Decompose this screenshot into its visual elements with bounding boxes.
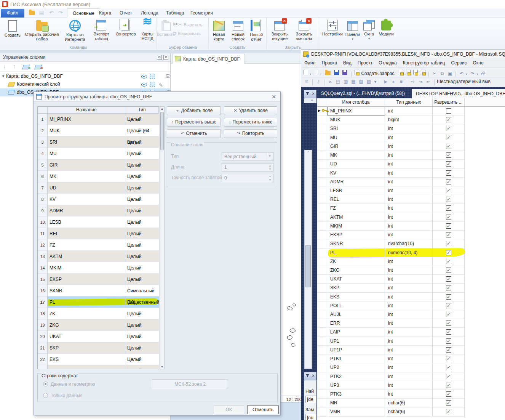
grid-row[interactable]: ▶ PTK2 int <box>317 372 505 381</box>
column-name-cell[interactable]: VMR <box>327 407 385 416</box>
remove-layer-icon[interactable]: × <box>35 63 41 69</box>
navigate-icon[interactable]: 🗗 <box>480 71 487 76</box>
new-map-button[interactable]: Новая карта <box>210 19 228 41</box>
allow-nulls-cell[interactable] <box>433 248 465 257</box>
allow-nulls-checkbox[interactable] <box>446 303 451 308</box>
save-icon[interactable] <box>334 70 339 75</box>
tab-partial[interactable]: S <box>503 89 505 98</box>
field-type-cell[interactable]: Вещественный <box>125 297 159 308</box>
data-type-cell[interactable]: int <box>385 266 433 275</box>
table-scrollbar[interactable]: ▲ ▼ <box>160 106 165 369</box>
data-only-radio[interactable] <box>43 393 48 398</box>
grid-row[interactable]: ▶ POLL int <box>317 301 505 310</box>
grid-row[interactable]: ▶ PTK3 int <box>317 390 505 399</box>
column-name-cell[interactable]: AKTM <box>327 213 385 222</box>
field-type-cell[interactable]: Целый <box>125 228 159 239</box>
grid-row[interactable]: ▶ MI_PRINX int <box>317 107 505 115</box>
grid-row[interactable]: ▶ UP1 int <box>317 337 505 346</box>
chevron-down-icon[interactable]: ▾ <box>319 72 322 76</box>
row-selector-cell[interactable]: ▶ <box>317 363 327 372</box>
table-row[interactable]: 13 AKTM Целый <box>38 251 159 262</box>
allow-nulls-cell[interactable] <box>433 328 465 337</box>
row-selector-cell[interactable]: ▶ <box>317 204 327 213</box>
close-panel-icon[interactable]: ✕ <box>163 55 168 60</box>
allow-nulls-cell[interactable] <box>433 407 465 416</box>
column-name-cell[interactable]: REL <box>327 195 385 204</box>
field-type-cell[interactable]: Целый <box>125 319 159 331</box>
allow-nulls-checkbox[interactable] <box>446 391 451 397</box>
column-name-cell[interactable]: ERR <box>327 319 385 328</box>
grid-row[interactable]: ▶ GIR int <box>317 142 505 151</box>
copy-button[interactable]: ⧉Копировать <box>173 30 201 37</box>
cancel-button[interactable]: Отменить <box>247 405 279 414</box>
maps-from-internet-button[interactable]: Карты из Интернета <box>61 19 89 42</box>
data-and-geometry-radio[interactable] <box>43 382 48 386</box>
field-name-cell[interactable]: MUK <box>48 125 125 136</box>
allow-nulls-checkbox[interactable] <box>446 179 451 184</box>
move-layer-down-icon[interactable]: ↓ <box>3 63 6 69</box>
data-type-cell[interactable]: int <box>385 186 433 195</box>
data-type-cell[interactable]: int <box>385 204 433 213</box>
row-selector-cell[interactable]: ▶ <box>317 169 327 178</box>
settings-button[interactable]: Настройки <box>321 19 344 36</box>
row-selector-cell[interactable]: ▶ <box>317 186 327 195</box>
field-type-cell[interactable]: Целый <box>125 239 159 251</box>
allow-nulls-cell[interactable] <box>433 213 465 222</box>
type-dropdown[interactable]: Вещественный▼ <box>222 152 274 161</box>
precision-stepper[interactable]: 0▲▼ <box>222 174 274 182</box>
data-type-cell[interactable]: numeric(10, 4) <box>385 248 433 257</box>
table-row[interactable]: 22 EKS Целый <box>38 354 159 365</box>
menu-item[interactable]: Окно <box>470 58 487 66</box>
row-selector-cell[interactable]: ▶ <box>317 142 327 151</box>
save-all-icon[interactable] <box>342 70 347 75</box>
column-name-cell[interactable]: KV <box>327 169 385 178</box>
column-name-cell[interactable]: ZKG <box>327 266 385 275</box>
grid-row[interactable]: ▶ AKTM int <box>317 213 505 222</box>
allow-nulls-checkbox[interactable] <box>446 321 451 326</box>
allow-nulls-cell[interactable] <box>433 204 465 213</box>
allow-nulls-checkbox[interactable] <box>446 215 451 220</box>
crs-button[interactable]: МСК-52 зона 2 <box>152 379 228 389</box>
pin-toolbar-icon[interactable]: ▾ <box>373 79 377 84</box>
grid-row[interactable]: ▶ ADMR int <box>317 178 505 186</box>
tab-otchet[interactable]: Отчет <box>114 8 137 18</box>
allow-nulls-cell[interactable] <box>433 124 465 133</box>
export-tables-button[interactable]: Экспорт таблиц <box>90 19 113 41</box>
step-out-icon[interactable]: ⇤ <box>425 79 431 84</box>
row-selector-cell[interactable]: ▶ <box>317 301 327 310</box>
step-over-icon[interactable]: ⇨ <box>410 79 416 84</box>
allow-nulls-cell[interactable] <box>433 363 465 372</box>
column-name-cell[interactable]: SKNR <box>327 239 385 248</box>
move-up-button[interactable]: ↑Переместить выше <box>167 118 221 127</box>
close-all-button[interactable]: Закрыть все окна <box>293 19 315 41</box>
menu-item[interactable]: Сервис <box>448 58 470 66</box>
allow-nulls-cell[interactable] <box>433 293 465 301</box>
grid-row[interactable]: ▶ ZK int <box>317 257 505 266</box>
allow-nulls-checkbox[interactable] <box>446 241 451 246</box>
column-name-cell[interactable]: MR <box>327 399 385 407</box>
allow-nulls-cell[interactable] <box>433 372 465 381</box>
data-type-cell[interactable]: int <box>385 319 433 328</box>
add-layer-icon[interactable]: + <box>23 63 29 69</box>
table-row[interactable]: 17 PL Вещественный <box>38 297 159 308</box>
grid-row[interactable]: ▶ KV int <box>317 169 505 178</box>
allow-nulls-cell[interactable] <box>433 115 465 124</box>
column-name-cell[interactable]: LAIP <box>327 328 385 337</box>
tree-node-cosmetic-layer[interactable]: Косметический слой ✎ <box>0 80 170 88</box>
row-selector-cell[interactable]: ▶ <box>317 151 327 160</box>
column-name-cell[interactable]: PTK3 <box>327 390 385 399</box>
table-row[interactable]: 2 MUK Целый (64-бит) <box>38 125 159 136</box>
menu-item[interactable]: Отладка <box>376 58 400 66</box>
cut-button[interactable]: ✂Вырезать <box>173 21 202 28</box>
allow-nulls-checkbox[interactable] <box>446 409 451 414</box>
copy-icon[interactable]: ⧉ <box>439 71 446 76</box>
row-selector-cell[interactable]: ▶ <box>317 346 327 354</box>
data-type-cell[interactable]: int <box>385 390 433 399</box>
allow-nulls-cell[interactable] <box>433 151 465 160</box>
field-name-cell[interactable]: KV <box>48 194 125 205</box>
allow-nulls-cell[interactable] <box>433 107 465 115</box>
data-type-cell[interactable]: int <box>385 284 433 292</box>
field-type-cell[interactable]: Целый <box>125 159 159 171</box>
column-name-cell[interactable]: EKS <box>327 293 385 301</box>
grid-row[interactable]: ▶ EKS int <box>317 293 505 301</box>
